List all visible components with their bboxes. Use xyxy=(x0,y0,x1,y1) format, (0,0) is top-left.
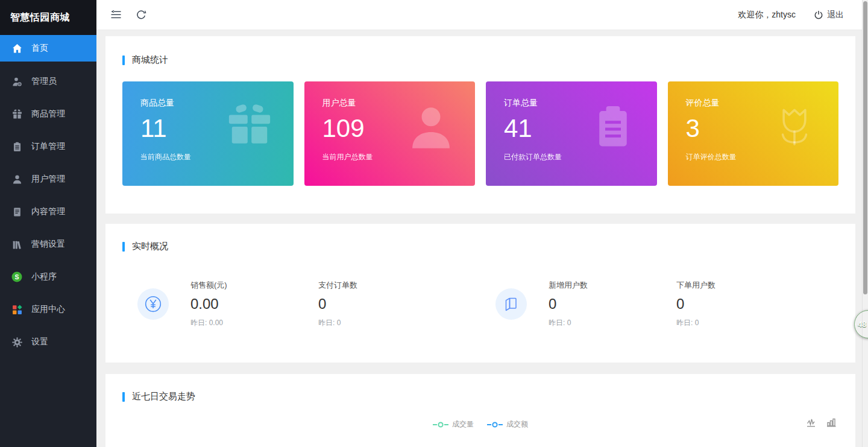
sidebar-item-content[interactable]: 内容管理 xyxy=(0,195,96,228)
flower-icon xyxy=(771,103,818,150)
stat-yesterday: 昨日: 0.00 xyxy=(190,318,318,328)
badge-value: 48 xyxy=(858,320,866,329)
clipboard-icon xyxy=(590,103,637,150)
card-desc: 已付款订单总数量 xyxy=(504,152,639,162)
users-icon xyxy=(10,173,24,186)
realtime-panel: 实时概况 销售额(元) 0.00 昨日: 0.00 支付订单数 0 昨日: 0 xyxy=(105,224,855,363)
sidebar-item-label: 设置 xyxy=(31,337,48,347)
stat-card-goods: 商品总量 11 当前商品总数量 xyxy=(122,81,294,186)
miniprogram-icon: S xyxy=(10,270,24,284)
appcenter-icon xyxy=(10,303,24,316)
bar-chart-icon[interactable] xyxy=(826,418,837,428)
stat-card-reviews: 评价总量 3 订单评价总数量 xyxy=(668,81,839,186)
power-icon xyxy=(814,10,823,20)
trend-panel: 近七日交易走势 成交量 成交额 xyxy=(105,374,855,447)
card-desc: 当前用户总数量 xyxy=(322,152,458,162)
home-icon xyxy=(10,42,24,55)
chart-legend: 成交量 成交额 xyxy=(122,419,838,430)
stat-yesterday: 昨日: 0 xyxy=(549,318,676,328)
legend-marker-icon xyxy=(433,421,448,428)
section-title-text: 实时概况 xyxy=(132,241,168,252)
sidebar-item-goods[interactable]: 商品管理 xyxy=(0,98,96,130)
stat-value: 0 xyxy=(549,296,676,312)
sidebar-item-home[interactable]: 首页 xyxy=(0,35,96,62)
legend-item-volume[interactable]: 成交量 xyxy=(433,419,474,430)
sidebar-item-miniprogram[interactable]: S 小程序 xyxy=(0,261,96,293)
stat-value: 0 xyxy=(318,296,446,312)
page-scrollbar xyxy=(862,0,868,447)
order-icon xyxy=(10,140,24,153)
marketing-icon xyxy=(10,238,24,251)
legend-item-amount[interactable]: 成交额 xyxy=(487,419,528,430)
goods-icon xyxy=(10,107,24,121)
collapse-sidebar-icon[interactable] xyxy=(110,9,122,21)
section-accent-bar xyxy=(122,55,125,65)
stat-ordering-users: 下单用户数 0 昨日: 0 xyxy=(676,280,804,328)
sidebar-item-label: 用户管理 xyxy=(31,174,65,185)
realtime-group-users: 新增用户数 0 昨日: 0 下单用户数 0 昨日: 0 xyxy=(480,280,838,328)
main-content: 商城统计 商品总量 11 当前商品总数量 用户总量 109 当前用户总数量 xyxy=(96,30,868,447)
welcome-text: 欢迎你，zhtysc xyxy=(738,10,796,21)
svg-text:S: S xyxy=(14,273,19,281)
sidebar-item-settings[interactable]: 设置 xyxy=(0,326,96,358)
sidebar-item-label: 首页 xyxy=(31,43,48,54)
sidebar-item-label: 应用中心 xyxy=(31,304,65,315)
card-desc: 当前商品总数量 xyxy=(140,152,275,162)
content-icon xyxy=(10,205,24,218)
sidebar: 智慧恬园商城 首页 管理员 商品管理 订单管理 用户管理 内容管理 xyxy=(0,0,96,447)
section-title-text: 商城统计 xyxy=(132,54,168,66)
shop-stats-panel: 商城统计 商品总量 11 当前商品总数量 用户总量 109 当前用户总数量 xyxy=(105,36,855,214)
app-title: 智慧恬园商城 xyxy=(0,0,96,35)
sidebar-item-label: 小程序 xyxy=(31,271,57,282)
stat-cards-row: 商品总量 11 当前商品总数量 用户总量 109 当前用户总数量 订单总量 41… xyxy=(122,81,838,186)
section-title-trend: 近七日交易走势 xyxy=(122,391,838,402)
sidebar-item-orders[interactable]: 订单管理 xyxy=(0,130,96,163)
stat-card-users: 用户总量 109 当前用户总数量 xyxy=(304,81,476,186)
section-accent-bar xyxy=(122,392,125,402)
sidebar-item-marketing[interactable]: 营销设置 xyxy=(0,228,96,261)
yen-icon xyxy=(137,288,169,320)
user-icon xyxy=(407,103,454,150)
realtime-row: 销售额(元) 0.00 昨日: 0.00 支付订单数 0 昨日: 0 新增用户数… xyxy=(122,280,838,328)
stat-yesterday: 昨日: 0 xyxy=(676,318,804,328)
settings-icon xyxy=(10,335,24,349)
chart-toolbox xyxy=(807,418,837,428)
stat-sales: 销售额(元) 0.00 昨日: 0.00 xyxy=(190,280,318,328)
door-icon xyxy=(495,288,527,320)
sidebar-item-appcenter[interactable]: 应用中心 xyxy=(0,293,96,326)
sidebar-item-label: 营销设置 xyxy=(31,239,65,250)
stat-label: 销售额(元) xyxy=(190,280,318,291)
card-desc: 订单评价总数量 xyxy=(686,152,821,162)
stat-label: 下单用户数 xyxy=(676,280,804,291)
stat-new-users: 新增用户数 0 昨日: 0 xyxy=(549,280,676,328)
admin-icon xyxy=(10,75,24,88)
stat-label: 支付订单数 xyxy=(318,280,446,291)
sidebar-item-admin[interactable]: 管理员 xyxy=(0,65,96,98)
sidebar-item-label: 内容管理 xyxy=(31,206,65,217)
stat-paid-orders: 支付订单数 0 昨日: 0 xyxy=(318,280,446,328)
legend-label: 成交额 xyxy=(506,419,528,430)
gift-icon xyxy=(226,103,273,150)
top-header: 欢迎你，zhtysc 退出 xyxy=(96,0,868,30)
sidebar-item-label: 订单管理 xyxy=(31,141,65,152)
realtime-group-sales: 销售额(元) 0.00 昨日: 0.00 支付订单数 0 昨日: 0 xyxy=(122,280,480,328)
stat-yesterday: 昨日: 0 xyxy=(318,318,446,328)
section-title-text: 近七日交易走势 xyxy=(132,391,195,402)
section-title-realtime: 实时概况 xyxy=(122,241,838,252)
sidebar-item-label: 商品管理 xyxy=(31,109,65,119)
legend-label: 成交量 xyxy=(452,419,474,430)
section-accent-bar xyxy=(122,242,125,252)
logout-label: 退出 xyxy=(827,10,844,21)
legend-marker-icon xyxy=(487,421,503,428)
stat-value: 0 xyxy=(676,296,804,312)
line-chart-icon[interactable] xyxy=(807,418,817,428)
scrollbar-thumb[interactable] xyxy=(863,1,867,294)
section-title-shop-stats: 商城统计 xyxy=(122,54,838,66)
sidebar-item-label: 管理员 xyxy=(31,76,57,87)
logout-button[interactable]: 退出 xyxy=(814,10,844,21)
refresh-icon[interactable] xyxy=(135,9,147,21)
stat-label: 新增用户数 xyxy=(549,280,676,291)
stat-card-orders: 订单总量 41 已付款订单总数量 xyxy=(486,81,657,186)
stat-value: 0.00 xyxy=(190,296,318,312)
sidebar-item-users[interactable]: 用户管理 xyxy=(0,163,96,195)
